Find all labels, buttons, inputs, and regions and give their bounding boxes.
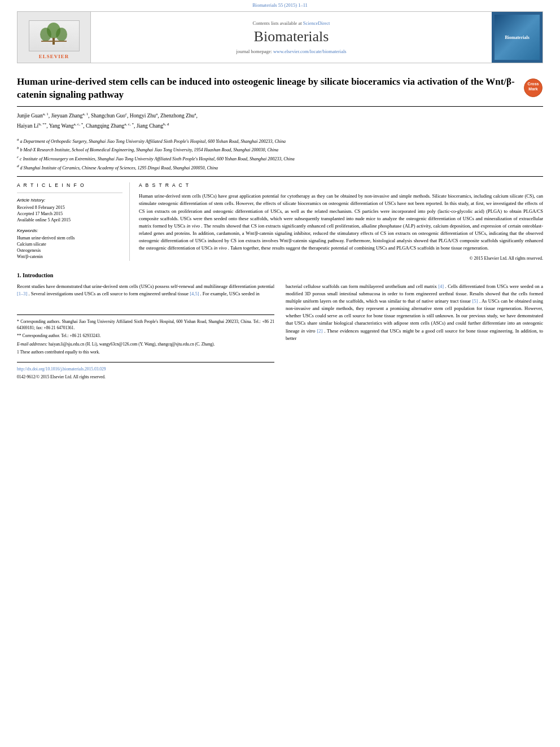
footnote-1: 1 These authors contributed equally to t… [17,349,274,355]
author6-sup: b, ** [38,122,46,126]
intro-col-left: Recent studies have demonstrated that ur… [17,283,274,382]
introduction-section: 1. Introduction Recent studies have demo… [17,267,543,387]
journal-title-section: Contents lists available at ScienceDirec… [91,12,492,63]
keywords-label: Keywords: [17,228,123,233]
authors-section: Junjie Guana, 1, Jieyuan Zhanga, 1, Shan… [17,107,543,134]
author2-sup: a, 1 [82,112,88,116]
author8-name: Changqing Zhang [86,123,124,129]
footnotes: * Corresponding authors. Shanghai Jiao T… [17,314,274,355]
elsevier-logo-section: ELSEVIER [18,12,91,63]
doi-copyright: 0142-9612/© 2015 Elsevier Ltd. All right… [17,374,274,381]
received-date: Received 8 February 2015 [17,205,123,210]
intro-col-right: bacterial cellulose scaffolds can form m… [286,283,543,382]
article-title-section: Human urine-derived stem cells can be in… [17,69,543,107]
abstract-paragraph: Human urine-derived stem cells (USCs) ha… [139,193,543,252]
intro-text-right: bacterial cellulose scaffolds can form m… [286,283,543,342]
footnote-star: * Corresponding authors. Shanghai Jiao T… [17,318,274,331]
affiliation-b: b b Med-X Research Institute, School of … [17,145,543,154]
homepage-url[interactable]: www.elsevier.com/locate/biomaterials [273,49,347,54]
crossmark-badge[interactable]: Cross Mark [523,78,543,98]
contents-available: Contents lists available at ScienceDirec… [253,20,330,26]
keyword-3: Osteogenesis [17,248,123,253]
authors-line1: Junjie Guana, 1, Jieyuan Zhanga, 1, Shan… [17,111,543,120]
intro-two-col: Recent studies have demonstrated that ur… [17,283,543,382]
author9-name: Jiang Chang [137,123,163,129]
author5-name: Zhenzhong Zhu [160,113,194,119]
ref-4-5[interactable]: [4,5] [190,291,199,296]
abstract-col: A B S T R A C T Human urine-derived stem… [139,182,543,260]
authors-line2: Haiyan Lib, **, Yang Wanga, c, *, Changq… [17,121,543,130]
ref-2[interactable]: [2] [317,328,322,334]
elsevier-wordmark: ELSEVIER [39,54,69,59]
author8-sup: a, c, * [124,122,134,126]
author3-sup: c [125,112,127,116]
abstract-text: Human urine-derived stem cells (USCs) ha… [139,193,543,252]
author2-name: Jieyuan Zhang [51,113,83,119]
history-label: Article history: [17,198,123,203]
footnote-emails: E-mail addresses: haiyan.li@sju.edu.cn (… [17,341,274,347]
author1-name: Junjie Guan [17,113,43,119]
affiliations-section: a a Department of Orthopedic Surgery, Sh… [17,134,543,177]
copyright-line: © 2015 Elsevier Ltd. All rights reserved… [139,256,543,261]
journal-header: ELSEVIER Contents lists available at Sci… [17,11,543,63]
doi-footer: http://dx.doi.org/10.1016/j.biomaterials… [17,362,274,380]
in-vivo-2: in vivo [214,245,227,251]
author6-name: Haiyan Li [17,123,38,129]
affiliation-a: a a Department of Orthopedic Surgery, Sh… [17,137,543,145]
ref-1-3[interactable]: [1–3] [17,291,27,296]
author1-sup: a, 1 [43,112,49,116]
abstract-header: A B S T R A C T [139,182,543,188]
author7-sup: a, c, * [73,122,83,126]
affiliation-d: d d Shanghai Institute of Ceramics, Chin… [17,163,543,172]
keyword-4: Wnt/β-catenin [17,254,123,259]
footnote-double-star: ** Corresponding author. Tel.: +86 21 62… [17,333,274,339]
svg-rect-4 [41,41,67,42]
in-vitro: in vitro [301,328,315,334]
article-info-header: A R T I C L E I N F O [17,182,123,188]
accepted-date: Accepted 17 March 2015 [17,211,123,216]
author5-sup: a [194,112,196,116]
intro-text-left: Recent studies have demonstrated that ur… [17,283,274,298]
keyword-1: Human urine-derived stem cells [17,235,123,241]
ref-5[interactable]: [5] [473,298,478,304]
svg-text:Cross: Cross [528,82,539,86]
journal-logo-right: Biomaterials [492,12,542,63]
in-vivo-1: in vivo [187,223,200,229]
main-content: Human urine-derived stem cells can be in… [17,63,543,392]
logo-badge-text: Biomaterials [505,35,530,40]
article-info-abstract: A R T I C L E I N F O Article history: R… [17,177,543,266]
intro-title: 1. Introduction [17,272,543,278]
journal-logo-badge: Biomaterials [495,15,540,60]
journal-name: Biomaterials [254,28,329,45]
available-date: Available online 5 April 2015 [17,217,123,222]
svg-text:Mark: Mark [528,87,537,91]
author4-name: Hongyi Zhu [130,113,156,119]
author4-sup: a [156,112,158,116]
author3-name: Shangchun Guo [91,113,125,119]
svg-point-2 [56,28,67,41]
homepage-line: journal homepage: www.elsevier.com/locat… [236,49,346,54]
doi-link[interactable]: http://dx.doi.org/10.1016/j.biomaterials… [17,366,274,373]
svg-point-1 [40,28,51,41]
author9-sup: b, d [163,122,169,126]
article-info-col: A R T I C L E I N F O Article history: R… [17,182,130,260]
keyword-2: Calcium silicate [17,242,123,247]
citation-bar: Biomaterials 55 (2015) 1–11 [0,0,560,9]
citation-text: Biomaterials 55 (2015) 1–11 [252,2,308,8]
sciencedirect-link[interactable]: ScienceDirect [303,20,330,26]
ref-4[interactable]: [4] [438,283,444,289]
article-title: Human urine-derived stem cells can be in… [17,76,523,102]
author7-name: Yang Wang [49,123,74,129]
affiliation-c: c c Institute of Microsurgery on Extremi… [17,154,543,163]
